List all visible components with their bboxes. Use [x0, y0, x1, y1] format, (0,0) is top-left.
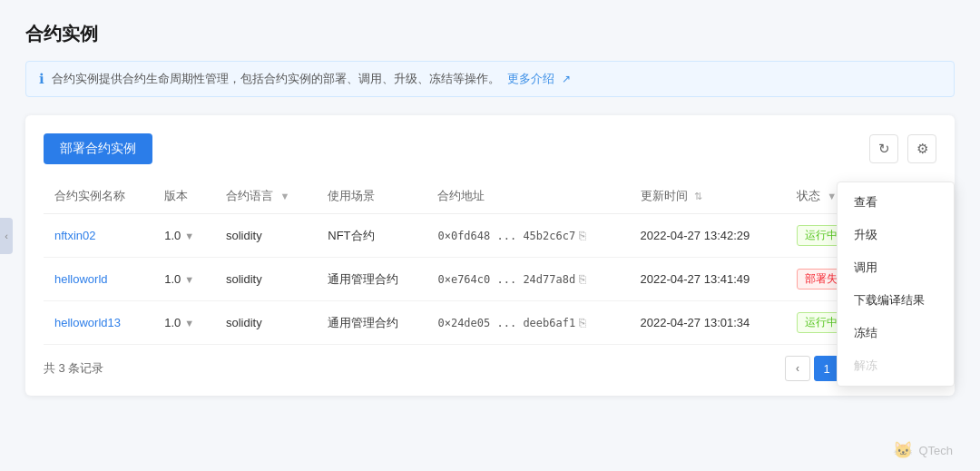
cell-version: 1.0 ▼: [153, 258, 215, 301]
refresh-button[interactable]: ↻: [869, 134, 898, 163]
info-icon: ℹ: [39, 71, 44, 87]
address-value: 0×24de05 ... deeb6af1: [437, 317, 575, 329]
col-version: 版本: [153, 179, 215, 214]
refresh-icon: ↻: [878, 141, 890, 157]
watermark-icon: 🐱: [893, 440, 913, 460]
cell-updated: 2022-04-27 13:01:34: [630, 301, 786, 345]
context-menu-item-解冻: 解冻: [838, 349, 954, 382]
context-menu-item-升级[interactable]: 升级: [838, 219, 954, 251]
cell-name: helloworld13: [44, 301, 153, 345]
footer-bar: 共 3 条记录 ‹ 1 › 10条/页 20条/页 50条/页: [44, 356, 936, 381]
cell-scene: 通用管理合约: [317, 301, 426, 345]
settings-button[interactable]: ⚙: [907, 134, 936, 163]
cell-address: 0×0fd648 ... 45b2c6c7 ⎘: [426, 214, 629, 258]
prev-page-btn[interactable]: ‹: [785, 356, 810, 381]
page-wrapper: ‹ 合约实例 ℹ 合约实例提供合约生命周期性管理，包括合约实例的部署、调用、升级…: [0, 0, 980, 471]
filter-language-icon[interactable]: ▼: [280, 191, 290, 201]
copy-address-icon[interactable]: ⎘: [579, 272, 586, 286]
version-value: 1.0: [164, 316, 181, 329]
version-value: 1.0: [164, 229, 181, 242]
settings-icon: ⚙: [916, 141, 928, 157]
context-menu-item-下载编译结果[interactable]: 下载编译结果: [838, 284, 954, 317]
cell-address: 0×e764c0 ... 24d77a8d ⎘: [426, 258, 629, 301]
info-link[interactable]: 更多介绍: [507, 71, 554, 87]
total-records: 共 3 条记录: [44, 360, 103, 377]
page-title: 合约实例: [25, 22, 955, 46]
watermark: 🐱 QTech: [893, 440, 953, 460]
cell-updated: 2022-04-27 13:42:29: [630, 214, 786, 258]
context-menu-item-冻结[interactable]: 冻结: [838, 317, 954, 349]
context-menu: 查看升级调用下载编译结果冻结解冻: [837, 182, 955, 387]
toolbar-right: ↻ ⚙: [869, 134, 936, 163]
current-page[interactable]: 1: [814, 356, 839, 381]
cell-scene: 通用管理合约: [317, 258, 426, 301]
contract-name-link[interactable]: helloworld: [54, 272, 108, 286]
table-header-row: 合约实例名称 版本 合约语言 ▼ 使用场景 合约地址 更新时间 ⇅ 状态 ▼ 操…: [44, 179, 936, 214]
table-row: helloworld13 1.0 ▼ solidity 通用管理合约 0×24d…: [44, 301, 936, 345]
cell-scene: NFT合约: [317, 214, 426, 258]
copy-address-icon[interactable]: ⎘: [579, 229, 586, 242]
cell-version: 1.0 ▼: [153, 301, 215, 345]
col-address: 合约地址: [426, 179, 629, 214]
toolbar: 部署合约实例 ↻ ⚙: [44, 133, 936, 164]
contract-name-link[interactable]: nftxin02: [54, 229, 96, 242]
col-updated: 更新时间 ⇅: [630, 179, 786, 214]
col-language: 合约语言 ▼: [215, 179, 317, 214]
col-name: 合约实例名称: [44, 179, 153, 214]
version-value: 1.0: [164, 272, 181, 286]
info-text: 合约实例提供合约生命周期性管理，包括合约实例的部署、调用、升级、冻结等操作。: [52, 71, 500, 87]
external-link-icon: ↗: [562, 73, 571, 85]
sort-updated-icon[interactable]: ⇅: [694, 191, 702, 202]
address-value: 0×e764c0 ... 24d77a8d: [437, 273, 575, 286]
table-row: helloworld 1.0 ▼ solidity 通用管理合约 0×e764c…: [44, 258, 936, 301]
version-dropdown-icon[interactable]: ▼: [184, 274, 194, 285]
filter-status-icon[interactable]: ▼: [827, 191, 837, 201]
version-dropdown-icon[interactable]: ▼: [184, 318, 194, 329]
cell-name: nftxin02: [44, 214, 153, 258]
address-value: 0×0fd648 ... 45b2c6c7: [437, 230, 575, 242]
sidebar-toggle[interactable]: ‹: [0, 218, 13, 254]
info-banner: ℹ 合约实例提供合约生命周期性管理，包括合约实例的部署、调用、升级、冻结等操作。…: [25, 61, 955, 97]
cell-language: solidity: [215, 258, 317, 301]
contract-name-link[interactable]: helloworld13: [54, 316, 121, 329]
col-scene: 使用场景: [317, 179, 426, 214]
context-menu-item-查看[interactable]: 查看: [838, 186, 954, 219]
contracts-table: 合约实例名称 版本 合约语言 ▼ 使用场景 合约地址 更新时间 ⇅ 状态 ▼ 操…: [44, 179, 936, 345]
main-card: 部署合约实例 ↻ ⚙ 合约实例名称 版本 合约语言 ▼ 使用场景 合约地址: [25, 115, 955, 396]
cell-version: 1.0 ▼: [153, 214, 215, 258]
table-row: nftxin02 1.0 ▼ solidity NFT合约 0×0fd648 .…: [44, 214, 936, 258]
version-dropdown-icon[interactable]: ▼: [184, 231, 194, 241]
copy-address-icon[interactable]: ⎘: [579, 316, 586, 329]
deploy-button[interactable]: 部署合约实例: [44, 133, 152, 164]
cell-address: 0×24de05 ... deeb6af1 ⎘: [426, 301, 629, 345]
cell-name: helloworld: [44, 258, 153, 301]
cell-language: solidity: [215, 214, 317, 258]
context-menu-item-调用[interactable]: 调用: [838, 251, 954, 284]
cell-updated: 2022-04-27 13:41:49: [630, 258, 786, 301]
watermark-text: QTech: [918, 444, 953, 457]
cell-language: solidity: [215, 301, 317, 345]
